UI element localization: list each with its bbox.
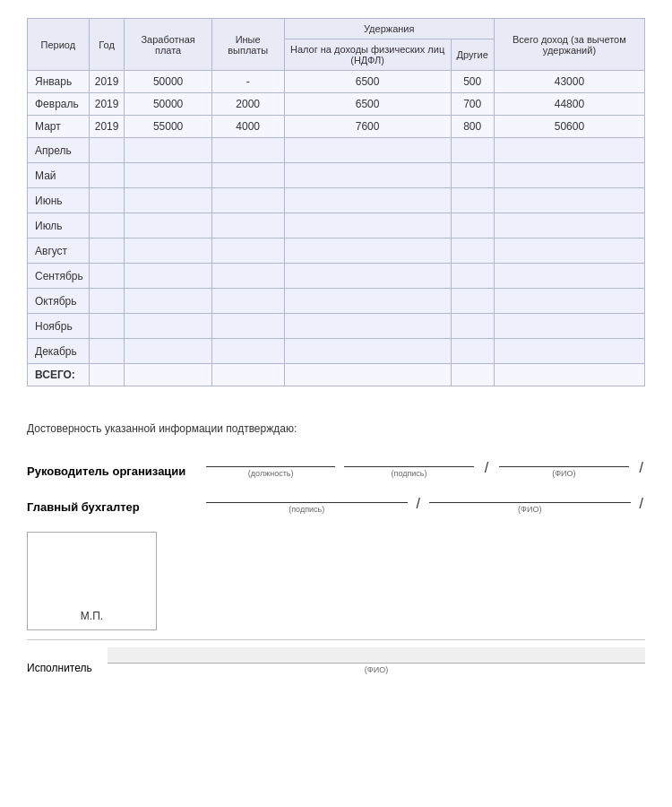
head-position-field: (должность): [206, 451, 335, 478]
table-row: Июнь: [28, 188, 645, 213]
accountant-fio-field: (ФИО): [429, 487, 631, 514]
income-table: Период Год Заработная плата Иные выплаты…: [27, 18, 645, 386]
page: Период Год Заработная плата Иные выплаты…: [0, 0, 672, 807]
table-row: Март2019550004000760080050600: [28, 116, 645, 138]
header-other-deductions: Другие: [451, 39, 494, 71]
head-fio-field: (ФИО): [499, 451, 628, 478]
slash-icon-3: /: [415, 496, 422, 514]
table-row: Май: [28, 163, 645, 188]
head-signature-field: (подпись): [344, 451, 473, 478]
total-row: ВСЕГО:: [28, 364, 645, 386]
table-row: Октябрь: [28, 289, 645, 314]
table-row: Январь201950000-650050043000: [28, 71, 645, 93]
accountant-signature-row: Главный бухгалтер (подпись) / (ФИО) /: [27, 487, 645, 514]
table-row: Август: [28, 239, 645, 264]
table-row: Сентябрь: [28, 264, 645, 289]
slash-icon-2: /: [638, 460, 645, 478]
header-total: Всего доход (за вычетом удержаний): [494, 19, 644, 71]
executor-section: Исполнитель (ФИО): [27, 639, 645, 674]
header-period: Период: [28, 19, 90, 71]
executor-field[interactable]: [108, 647, 645, 664]
executor-hint: (ФИО): [108, 665, 645, 674]
header-deductions-group: Удержания: [284, 19, 494, 39]
header-other: Иные выплаты: [211, 19, 284, 71]
header-year: Год: [89, 19, 125, 71]
executor-row: Исполнитель (ФИО): [27, 647, 645, 674]
stamp-box: М.П.: [27, 532, 157, 630]
table-row: Февраль2019500002000650070044800: [28, 93, 645, 116]
table-row: Апрель: [28, 138, 645, 163]
table-row: Декабрь: [28, 339, 645, 364]
accountant-label: Главный бухгалтер: [27, 500, 197, 514]
table-row: Июль: [28, 213, 645, 239]
slash-icon-1: /: [483, 460, 490, 478]
accountant-signature-field: (подпись): [206, 487, 408, 514]
table-row: Ноябрь: [28, 314, 645, 339]
header-salary: Заработная плата: [125, 19, 211, 71]
header-ndfl: Налог на доходы физических лиц (НДФЛ): [284, 39, 451, 71]
head-signature-row: Руководитель организации (должность) (по…: [27, 451, 645, 478]
stamp-label: М.П.: [81, 610, 103, 622]
confirm-text: Достоверность указанной информации подтв…: [27, 422, 645, 435]
slash-icon-4: /: [638, 496, 645, 514]
signature-section: Достоверность указанной информации подтв…: [27, 413, 645, 683]
head-label: Руководитель организации: [27, 464, 197, 478]
executor-label: Исполнитель: [27, 662, 99, 674]
